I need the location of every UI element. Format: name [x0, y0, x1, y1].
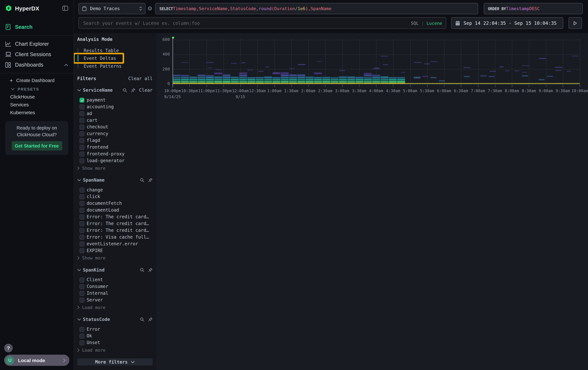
checkbox[interactable] [80, 208, 84, 212]
preset-link-clickhouse[interactable]: ClickHouse [0, 93, 74, 101]
chevron-down-icon[interactable] [77, 179, 81, 181]
checkbox[interactable] [80, 340, 84, 345]
filter-checkbox-row[interactable]: documentFetch [74, 200, 156, 207]
sql-mode-button[interactable]: SQL [411, 20, 419, 26]
lucene-mode-button[interactable]: Lucene [427, 20, 442, 26]
analysis-mode-option[interactable]: Event Patterns [74, 62, 123, 70]
filter-checkbox-row[interactable]: Error: Visa cache full: … [74, 234, 156, 240]
checkbox[interactable] [80, 235, 84, 239]
filter-group-header[interactable]: StatusCode [74, 316, 156, 323]
get-started-button[interactable]: Get Started for Free [11, 141, 62, 150]
pin-icon[interactable] [148, 178, 153, 182]
filter-checkbox-row[interactable]: Error [74, 326, 156, 332]
filter-checkbox-row[interactable]: Unset [74, 339, 156, 346]
filter-checkbox-row[interactable]: Server [74, 297, 156, 303]
filter-checkbox-row[interactable]: Error: The credit card (… [74, 213, 156, 220]
filter-checkbox-row[interactable]: EXPIRE [74, 247, 156, 254]
search-input[interactable] [83, 20, 411, 26]
preset-link-kubernetes[interactable]: Kubernetes [0, 109, 74, 117]
search-icon[interactable] [123, 88, 127, 92]
filter-checkbox-row[interactable]: payment [74, 97, 156, 103]
filter-checkbox-row[interactable]: cart [74, 117, 156, 124]
sidebar-item-chart-explorer[interactable]: Chart Explorer [0, 39, 74, 49]
chevron-down-icon[interactable] [77, 318, 81, 321]
chevron-down-icon[interactable] [77, 269, 81, 271]
user-menu[interactable]: U Local mode [4, 355, 69, 366]
analysis-mode-option[interactable]: Results Table [74, 47, 123, 54]
show-more-button[interactable]: Show more [74, 165, 156, 171]
pin-icon[interactable] [148, 268, 153, 272]
filter-checkbox-row[interactable]: Internal [74, 290, 156, 297]
chevron-down-icon[interactable] [77, 89, 81, 91]
checkbox[interactable] [80, 151, 84, 156]
filter-checkbox-row[interactable]: Consumer [74, 283, 156, 290]
create-dashboard-button[interactable]: + Create Dashboard [0, 76, 74, 84]
checkbox[interactable] [80, 138, 84, 143]
checkbox[interactable] [80, 118, 84, 123]
checkbox[interactable] [80, 125, 84, 129]
filter-checkbox-row[interactable]: checkout [74, 124, 156, 130]
run-query-button[interactable] [568, 17, 582, 29]
pin-icon[interactable] [131, 88, 136, 92]
checkbox[interactable] [80, 291, 84, 296]
filter-group-header[interactable]: SpanName [74, 176, 156, 184]
checkbox[interactable] [80, 201, 84, 206]
filter-checkbox-row[interactable]: frontend [74, 144, 156, 150]
filter-checkbox-row[interactable]: change [74, 186, 156, 193]
sidebar-item-search[interactable]: Search [0, 22, 74, 32]
checkbox[interactable] [80, 298, 84, 302]
filter-checkbox-row[interactable]: flagd [74, 137, 156, 144]
filter-checkbox-row[interactable]: Error: The credit card (… [74, 227, 156, 234]
checkbox[interactable] [80, 333, 84, 338]
filter-checkbox-row[interactable]: ad [74, 110, 156, 117]
checkbox[interactable] [80, 194, 84, 199]
filter-group-header[interactable]: SpanKind [74, 266, 156, 274]
filter-checkbox-row[interactable]: accounting [74, 103, 156, 110]
search-icon[interactable] [140, 317, 144, 322]
sql-select-editor[interactable]: SELECT Timestamp, ServiceName, StatusCod… [155, 3, 478, 14]
checkbox[interactable] [80, 158, 84, 163]
sidebar-item-dashboards[interactable]: Dashboards [0, 60, 74, 70]
collapse-sidebar-icon[interactable] [62, 6, 68, 11]
checkbox[interactable] [80, 111, 84, 116]
more-filters-button[interactable]: More filters [77, 359, 153, 366]
checkbox[interactable] [80, 131, 84, 136]
source-select[interactable]: Demo Traces [78, 3, 146, 14]
checkbox[interactable] [80, 327, 84, 331]
checkbox[interactable] [80, 241, 84, 246]
clear-all-button[interactable]: Clear all [128, 76, 152, 81]
checkbox[interactable] [80, 98, 84, 102]
filter-checkbox-row[interactable]: Ok [74, 332, 156, 339]
show-more-button[interactable]: Load more [74, 304, 156, 310]
gear-icon[interactable]: ⚙ [147, 5, 152, 12]
filter-group-header[interactable]: ServiceNameClear [74, 87, 156, 94]
checkbox[interactable] [80, 284, 84, 289]
filter-checkbox-row[interactable]: click [74, 193, 156, 200]
filter-checkbox-row[interactable]: eventListener.error [74, 240, 156, 247]
order-by-editor[interactable]: ORDER BY Timestamp DESC [484, 3, 583, 14]
checkbox[interactable] [80, 104, 84, 109]
checkbox[interactable] [80, 145, 84, 150]
help-button[interactable]: ? [4, 344, 13, 352]
checkbox[interactable] [80, 187, 84, 192]
preset-link-services[interactable]: Services [0, 101, 74, 109]
search-icon[interactable] [140, 268, 144, 272]
analysis-mode-option[interactable]: Event Deltas [74, 54, 123, 62]
filter-checkbox-row[interactable]: Error: The credit card (… [74, 220, 156, 227]
chevron-up-icon[interactable] [64, 64, 68, 66]
checkbox[interactable] [80, 248, 84, 253]
sidebar-item-client-sessions[interactable]: Client Sessions [0, 49, 74, 60]
filter-checkbox-row[interactable]: documentLoad [74, 207, 156, 213]
filter-checkbox-row[interactable]: Client [74, 276, 156, 283]
presets-toggle[interactable]: PRESETS [0, 85, 74, 93]
show-more-button[interactable]: Show more [74, 255, 156, 261]
checkbox[interactable] [80, 221, 84, 226]
filter-checkbox-row[interactable]: load-generator [74, 157, 156, 164]
filter-group-clear-button[interactable]: Clear [139, 88, 153, 93]
filter-checkbox-row[interactable]: currency [74, 130, 156, 137]
date-range-picker[interactable]: Sep 14 22:04:35 - Sep 15 10:04:35 [451, 17, 563, 29]
filter-checkbox-row[interactable]: frontend-proxy [74, 150, 156, 157]
checkbox[interactable] [80, 277, 84, 282]
checkbox[interactable] [80, 214, 84, 219]
duration-heatmap-canvas[interactable] [172, 38, 580, 90]
